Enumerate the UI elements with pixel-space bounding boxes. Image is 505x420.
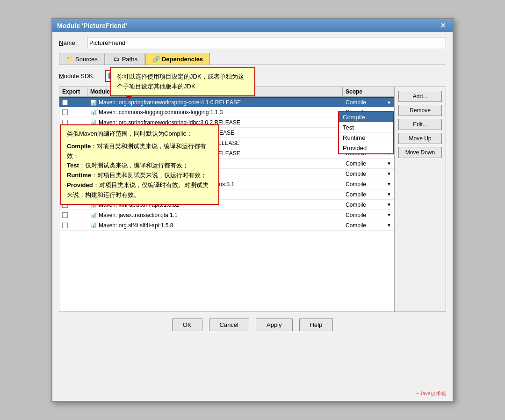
- scope-option-provided[interactable]: Provided: [339, 143, 393, 153]
- checkbox-1[interactable]: [62, 109, 68, 115]
- scope-dropdown-arrow-0[interactable]: ▼: [387, 100, 391, 105]
- col-export-0: [59, 99, 87, 106]
- sdk-tooltip: 你可以选择使用项目设定的JDK，或者单独为这个子项目设定其他版本的JDK: [110, 67, 255, 96]
- dep-name-1: Maven: commons-logging:commons-logging:1…: [99, 109, 223, 116]
- dep-row-11[interactable]: 📊Maven: javax.transaction:jta:1.1 Compil…: [59, 210, 394, 220]
- title-bar: Module 'PictureFriend' ✕: [52, 19, 453, 32]
- col-scope-0[interactable]: Compile ▼: [343, 98, 394, 107]
- dialog-title: Module 'PictureFriend': [57, 22, 127, 29]
- remove-button[interactable]: Remove: [398, 105, 442, 116]
- name-input[interactable]: [87, 37, 446, 48]
- tab-dependencies-label: Dependencies: [162, 56, 203, 63]
- close-button[interactable]: ✕: [438, 22, 448, 29]
- help-button[interactable]: Help: [299, 319, 333, 331]
- dep-name-0: Maven: org.springframework:spring-core:4…: [99, 99, 241, 106]
- bottom-row: OK Cancel Apply Help: [59, 312, 446, 336]
- tabs-row: 📁 Sources 🗂 Paths 🔗 Dependencies: [59, 53, 446, 65]
- name-row: Name:: [59, 37, 446, 48]
- compile-tooltip: 类似Maven的编译范围，同时默认为Compile： Compile：对项目类和…: [60, 124, 219, 205]
- main-content: Export Module Source Scope 📊 Maven: org.…: [59, 87, 446, 312]
- header-scope: Scope: [343, 87, 394, 96]
- compile-tooltip-test: Test：仅对测试类来说，编译和运行都有效；: [67, 161, 213, 171]
- dep-row-selected[interactable]: 📊 Maven: org.springframework:spring-core…: [59, 97, 394, 107]
- name-label: Name:: [59, 39, 83, 46]
- dep-icon-0: 📊: [90, 99, 97, 106]
- scope-text-selected: Compile: [346, 99, 366, 106]
- scope-option-test[interactable]: Test: [339, 123, 393, 133]
- move-up-button[interactable]: Move Up: [398, 133, 442, 144]
- move-down-button[interactable]: Move Down: [398, 147, 442, 158]
- sources-icon: 📁: [66, 55, 73, 63]
- paths-icon: 🗂: [113, 55, 120, 63]
- dependency-list-area: Export Module Source Scope 📊 Maven: org.…: [59, 87, 394, 311]
- header-export: Export: [59, 87, 87, 96]
- tab-paths-label: Paths: [122, 56, 137, 63]
- tab-sources[interactable]: 📁 Sources: [59, 53, 105, 65]
- edit-dep-button[interactable]: Edit...: [398, 119, 442, 130]
- compile-tooltip-intro: 类似Maven的编译范围，同时默认为Compile：: [67, 129, 213, 139]
- col-export-1: [59, 109, 87, 116]
- compile-tooltip-compile: Compile：对项目类和测试类来说，编译和运行都有效；: [67, 142, 213, 161]
- cancel-button[interactable]: Cancel: [209, 319, 249, 331]
- tab-paths[interactable]: 🗂 Paths: [106, 53, 144, 65]
- apply-button[interactable]: Apply: [256, 319, 293, 331]
- add-button[interactable]: Add...: [398, 91, 442, 102]
- col-module-0: 📊 Maven: org.springframework:spring-core…: [87, 98, 343, 107]
- tab-dependencies[interactable]: 🔗 Dependencies: [145, 53, 210, 65]
- col-module-1: 📊Maven: commons-logging:commons-logging:…: [87, 108, 343, 116]
- tab-sources-label: Sources: [75, 56, 98, 63]
- module-sdk-label: Module SDK:: [59, 72, 101, 80]
- scope-dropdown-popup: Compile Test Runtime Provided: [338, 111, 394, 154]
- compile-tooltip-runtime: Runtime：对项目类和测试类来说，仅运行时有效；: [67, 171, 213, 181]
- sdk-tooltip-text: 你可以选择使用项目设定的JDK，或者单独为这个子项目设定其他版本的JDK: [117, 73, 244, 90]
- checkbox-0[interactable]: [62, 100, 68, 105]
- dialog-body: Name: 📁 Sources 🗂 Paths 🔗 Dependencies M…: [52, 32, 453, 342]
- dep-row-12[interactable]: 📊Maven: org.slf4i:slf4i-api:1.5.8 Compil…: [59, 220, 394, 231]
- scope-option-runtime[interactable]: Runtime: [339, 133, 393, 143]
- dep-icon-1: 📊: [90, 109, 97, 116]
- compile-tooltip-provided: Provided：对项目类来说，仅编译时有效。对测试类来说，构建和运行时有效。: [67, 181, 213, 200]
- ok-button[interactable]: OK: [172, 319, 202, 331]
- scope-option-compile[interactable]: Compile: [339, 112, 393, 123]
- right-buttons-panel: Add... Remove Edit... Move Up Move Down: [394, 87, 446, 311]
- main-dialog: Module 'PictureFriend' ✕ Name: 📁 Sources…: [51, 18, 454, 402]
- watermark: →Java技术栈: [415, 390, 446, 397]
- dependencies-icon: 🔗: [152, 55, 160, 63]
